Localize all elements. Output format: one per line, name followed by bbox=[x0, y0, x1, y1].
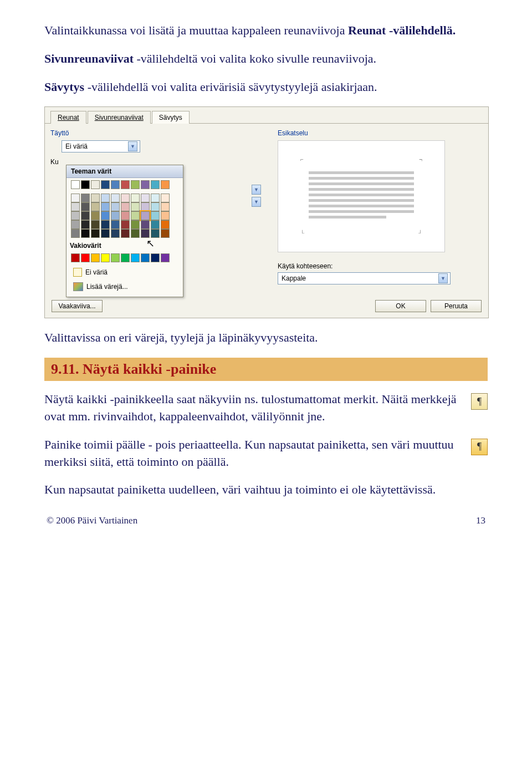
color-swatch[interactable] bbox=[121, 202, 130, 211]
tab-page-borders[interactable]: Sivunreunaviivat bbox=[88, 111, 151, 124]
footer-page-number: 13 bbox=[476, 515, 485, 526]
cancel-button[interactable]: Peruuta bbox=[431, 300, 482, 312]
color-swatch[interactable] bbox=[81, 202, 90, 211]
color-swatch[interactable] bbox=[71, 229, 80, 238]
color-swatch[interactable] bbox=[161, 211, 170, 220]
preview-label: Esikatselu bbox=[278, 129, 483, 137]
fill-color-combo[interactable]: Ei väriä ▼ bbox=[62, 140, 140, 152]
color-swatch[interactable] bbox=[91, 202, 100, 211]
color-swatch[interactable] bbox=[111, 194, 120, 202]
color-swatch[interactable] bbox=[71, 194, 80, 202]
color-swatch[interactable] bbox=[91, 180, 100, 189]
color-swatch[interactable] bbox=[81, 180, 90, 189]
color-swatch[interactable] bbox=[151, 253, 160, 262]
combo-value: Kappale bbox=[282, 274, 306, 282]
combo-value: Ei väriä bbox=[65, 143, 88, 150]
tab-borders[interactable]: Reunat bbox=[50, 111, 86, 124]
color-swatch[interactable] bbox=[91, 220, 100, 229]
color-swatch[interactable] bbox=[121, 253, 130, 262]
color-swatch[interactable] bbox=[101, 220, 110, 229]
color-swatch[interactable] bbox=[121, 194, 130, 202]
color-swatch[interactable] bbox=[161, 194, 170, 202]
no-color-swatch-icon bbox=[73, 268, 82, 277]
color-swatch[interactable] bbox=[121, 220, 130, 229]
color-swatch[interactable] bbox=[151, 220, 160, 229]
color-swatch[interactable] bbox=[151, 194, 160, 202]
paragraph-after-dialog: Valittavissa on eri värejä, tyylejä ja l… bbox=[44, 329, 488, 347]
color-swatch[interactable] bbox=[111, 180, 120, 189]
color-swatch[interactable] bbox=[131, 180, 140, 189]
color-swatch[interactable] bbox=[121, 211, 130, 220]
color-swatch[interactable] bbox=[141, 211, 150, 220]
color-swatch[interactable] bbox=[111, 253, 120, 262]
color-swatch[interactable] bbox=[101, 180, 110, 189]
color-swatch[interactable] bbox=[131, 253, 140, 262]
color-swatch[interactable] bbox=[141, 229, 150, 238]
color-swatch[interactable] bbox=[91, 229, 100, 238]
ok-button[interactable]: OK bbox=[375, 300, 426, 312]
color-swatch[interactable] bbox=[71, 202, 80, 211]
color-swatch[interactable] bbox=[141, 220, 150, 229]
color-swatch[interactable] bbox=[131, 202, 140, 211]
color-swatch[interactable] bbox=[151, 229, 160, 238]
color-swatch[interactable] bbox=[131, 194, 140, 202]
color-swatch[interactable] bbox=[111, 220, 120, 229]
color-swatch[interactable] bbox=[161, 202, 170, 211]
color-swatch[interactable] bbox=[111, 211, 120, 220]
color-swatch[interactable] bbox=[81, 211, 90, 220]
color-swatch[interactable] bbox=[71, 211, 80, 220]
color-swatch[interactable] bbox=[101, 211, 110, 220]
theme-color-swatches bbox=[66, 178, 183, 191]
color-swatch[interactable] bbox=[161, 229, 170, 238]
color-swatch[interactable] bbox=[141, 253, 150, 262]
color-swatch[interactable] bbox=[71, 220, 80, 229]
color-swatch[interactable] bbox=[81, 253, 90, 262]
color-swatch[interactable] bbox=[141, 194, 150, 202]
color-swatch[interactable] bbox=[141, 180, 150, 189]
paragraph-body-1: Näytä kaikki -painikkeella saat näkyviin… bbox=[44, 391, 461, 425]
color-swatch[interactable] bbox=[71, 180, 80, 189]
paragraph-intro-2: Sivunreunaviivat -välilehdeltä voi valit… bbox=[44, 50, 488, 68]
color-swatch[interactable] bbox=[151, 211, 160, 220]
color-swatch[interactable] bbox=[141, 202, 150, 211]
color-swatch[interactable] bbox=[161, 253, 170, 262]
color-swatch[interactable] bbox=[101, 253, 110, 262]
color-swatch[interactable] bbox=[131, 211, 140, 220]
show-all-button-active-icon[interactable]: ¶ bbox=[471, 439, 488, 455]
color-swatch[interactable] bbox=[81, 194, 90, 202]
color-swatch[interactable] bbox=[71, 253, 80, 262]
page-footer: © 2006 Päivi Vartiainen 13 bbox=[44, 515, 488, 526]
text-bold: Sivunreunaviivat bbox=[44, 52, 134, 65]
color-swatch[interactable] bbox=[91, 194, 100, 202]
color-swatch[interactable] bbox=[101, 229, 110, 238]
text-bold: Sävytys bbox=[44, 80, 84, 94]
color-swatch[interactable] bbox=[111, 229, 120, 238]
chevron-down-icon[interactable]: ▼ bbox=[128, 141, 137, 151]
color-swatch[interactable] bbox=[91, 253, 100, 262]
color-swatch[interactable] bbox=[81, 229, 90, 238]
color-swatch[interactable] bbox=[151, 180, 160, 189]
color-swatch[interactable] bbox=[121, 229, 130, 238]
show-all-button-icon[interactable]: ¶ bbox=[471, 393, 488, 410]
chevron-down-icon[interactable]: ▼ bbox=[438, 273, 448, 283]
color-swatch[interactable] bbox=[101, 202, 110, 211]
no-color-option[interactable]: Ei väriä bbox=[69, 266, 181, 279]
color-swatch[interactable] bbox=[131, 229, 140, 238]
tab-shading[interactable]: Sävytys bbox=[152, 111, 190, 124]
horizontal-line-button[interactable]: Vaakaviiva... bbox=[52, 300, 103, 312]
color-swatch[interactable] bbox=[101, 194, 110, 202]
color-swatch[interactable] bbox=[161, 180, 170, 189]
color-swatch[interactable] bbox=[151, 202, 160, 211]
color-swatch[interactable] bbox=[81, 220, 90, 229]
color-swatch[interactable] bbox=[131, 220, 140, 229]
chevron-down-icon[interactable]: ▼ bbox=[252, 185, 261, 195]
chevron-down-icon[interactable]: ▼ bbox=[252, 197, 261, 207]
footer-copyright: © 2006 Päivi Vartiainen bbox=[47, 515, 137, 526]
text-bold: Reunat -välilehdellä. bbox=[348, 23, 456, 37]
color-swatch[interactable] bbox=[91, 211, 100, 220]
more-colors-option[interactable]: Lisää värejä... bbox=[69, 280, 181, 293]
color-swatch[interactable] bbox=[121, 180, 130, 189]
apply-to-combo[interactable]: Kappale ▼ bbox=[278, 272, 451, 284]
color-swatch[interactable] bbox=[111, 202, 120, 211]
color-swatch[interactable] bbox=[161, 220, 170, 229]
